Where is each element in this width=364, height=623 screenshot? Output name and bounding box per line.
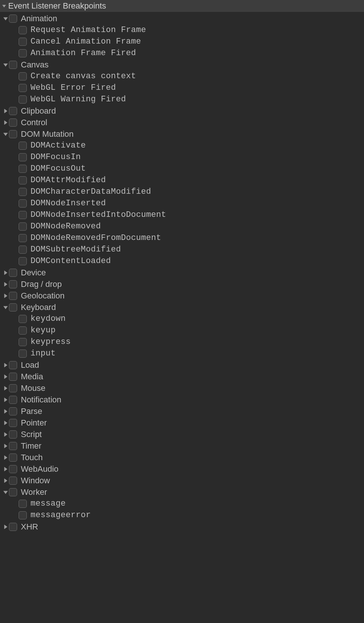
chevron-right-icon[interactable] <box>2 398 9 402</box>
category-checkbox[interactable] <box>9 430 17 439</box>
category-checkbox[interactable] <box>9 384 17 392</box>
event-checkbox[interactable] <box>19 500 27 508</box>
chevron-right-icon[interactable] <box>2 444 9 448</box>
chevron-right-icon[interactable] <box>2 282 9 287</box>
event-row[interactable]: keydown <box>0 313 364 325</box>
category-row[interactable]: Touch <box>0 452 364 463</box>
event-row[interactable]: input <box>0 348 364 359</box>
event-row[interactable]: WebGL Error Fired <box>0 82 364 94</box>
event-checkbox[interactable] <box>19 338 27 346</box>
chevron-down-icon[interactable] <box>2 132 9 136</box>
event-row[interactable]: WebGL Warning Fired <box>0 94 364 105</box>
event-checkbox[interactable] <box>19 72 27 80</box>
event-checkbox[interactable] <box>19 49 27 57</box>
event-row[interactable]: DOMNodeRemovedFromDocument <box>0 232 364 244</box>
category-checkbox[interactable] <box>9 130 17 138</box>
event-row[interactable]: DOMFocusOut <box>0 163 364 174</box>
chevron-right-icon[interactable] <box>2 467 9 471</box>
event-checkbox[interactable] <box>19 315 27 323</box>
category-row[interactable]: Pointer <box>0 417 364 428</box>
chevron-right-icon[interactable] <box>2 455 9 460</box>
category-checkbox[interactable] <box>9 269 17 277</box>
event-checkbox[interactable] <box>19 176 27 184</box>
chevron-right-icon[interactable] <box>2 120 9 125</box>
event-row[interactable]: DOMCharacterDataModified <box>0 186 364 197</box>
category-row[interactable]: Drag / drop <box>0 278 364 290</box>
event-checkbox[interactable] <box>19 153 27 161</box>
category-row[interactable]: Canvas <box>0 59 364 70</box>
event-row[interactable]: DOMActivate <box>0 140 364 151</box>
chevron-right-icon[interactable] <box>2 363 9 367</box>
category-row[interactable]: Geolocation <box>0 290 364 301</box>
panel-disclosure-icon[interactable] <box>1 3 7 9</box>
chevron-right-icon[interactable] <box>2 374 9 379</box>
event-checkbox[interactable] <box>19 350 27 358</box>
event-checkbox[interactable] <box>19 84 27 92</box>
category-row[interactable]: Clipboard <box>0 105 364 117</box>
event-row[interactable]: Animation Frame Fired <box>0 47 364 59</box>
category-checkbox[interactable] <box>9 373 17 381</box>
event-row[interactable]: DOMSubtreeModified <box>0 244 364 255</box>
category-row[interactable]: Notification <box>0 394 364 405</box>
chevron-right-icon[interactable] <box>2 432 9 437</box>
chevron-right-icon[interactable] <box>2 294 9 298</box>
event-checkbox[interactable] <box>19 165 27 173</box>
event-checkbox[interactable] <box>19 188 27 196</box>
event-checkbox[interactable] <box>19 234 27 242</box>
category-row[interactable]: Window <box>0 475 364 486</box>
chevron-down-icon[interactable] <box>2 305 9 310</box>
chevron-right-icon[interactable] <box>2 271 9 275</box>
category-checkbox[interactable] <box>9 292 17 300</box>
category-checkbox[interactable] <box>9 303 17 312</box>
event-checkbox[interactable] <box>19 222 27 231</box>
event-row[interactable]: Request Animation Frame <box>0 24 364 36</box>
event-row[interactable]: keyup <box>0 325 364 336</box>
chevron-down-icon[interactable] <box>2 16 9 21</box>
category-checkbox[interactable] <box>9 396 17 404</box>
category-checkbox[interactable] <box>9 453 17 462</box>
category-row[interactable]: Parse <box>0 405 364 417</box>
category-checkbox[interactable] <box>9 419 17 427</box>
category-row[interactable]: Load <box>0 359 364 371</box>
chevron-right-icon[interactable] <box>2 421 9 425</box>
category-row[interactable]: Control <box>0 117 364 128</box>
category-row[interactable]: Keyboard <box>0 301 364 313</box>
event-checkbox[interactable] <box>19 26 27 34</box>
event-checkbox[interactable] <box>19 211 27 219</box>
category-checkbox[interactable] <box>9 118 17 127</box>
chevron-right-icon[interactable] <box>2 109 9 113</box>
category-row[interactable]: Mouse <box>0 382 364 394</box>
category-row[interactable]: Animation <box>0 13 364 24</box>
event-checkbox[interactable] <box>19 199 27 208</box>
category-checkbox[interactable] <box>9 477 17 485</box>
event-checkbox[interactable] <box>19 38 27 46</box>
chevron-right-icon[interactable] <box>2 409 9 414</box>
event-row[interactable]: Cancel Animation Frame <box>0 36 364 47</box>
event-row[interactable]: keypress <box>0 336 364 348</box>
event-row[interactable]: DOMFocusIn <box>0 151 364 163</box>
chevron-right-icon[interactable] <box>2 478 9 483</box>
event-checkbox[interactable] <box>19 95 27 104</box>
event-row[interactable]: DOMAttrModified <box>0 174 364 186</box>
event-row[interactable]: DOMNodeRemoved <box>0 221 364 232</box>
category-row[interactable]: Media <box>0 371 364 382</box>
event-row[interactable]: DOMNodeInsertedIntoDocument <box>0 209 364 221</box>
category-checkbox[interactable] <box>9 361 17 369</box>
category-row[interactable]: Script <box>0 428 364 440</box>
event-row[interactable]: messageerror <box>0 509 364 521</box>
chevron-right-icon[interactable] <box>2 386 9 390</box>
panel-header[interactable]: Event Listener Breakpoints <box>0 0 364 12</box>
category-checkbox[interactable] <box>9 107 17 115</box>
category-row[interactable]: DOM Mutation <box>0 128 364 140</box>
category-checkbox[interactable] <box>9 442 17 450</box>
category-row[interactable]: WebAudio <box>0 463 364 475</box>
event-checkbox[interactable] <box>19 142 27 150</box>
category-checkbox[interactable] <box>9 61 17 69</box>
category-checkbox[interactable] <box>9 407 17 415</box>
category-checkbox[interactable] <box>9 523 17 531</box>
category-row[interactable]: XHR <box>0 521 364 532</box>
chevron-down-icon[interactable] <box>2 63 9 67</box>
chevron-down-icon[interactable] <box>2 490 9 494</box>
category-checkbox[interactable] <box>9 15 17 23</box>
category-row[interactable]: Device <box>0 267 364 278</box>
